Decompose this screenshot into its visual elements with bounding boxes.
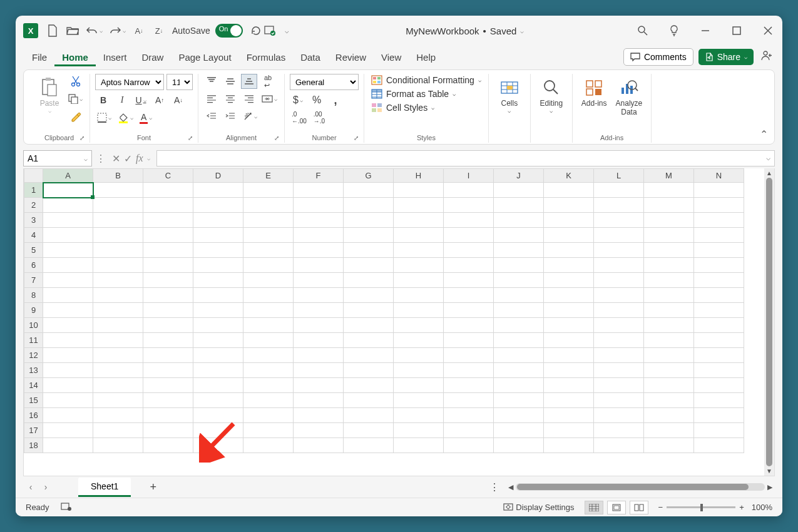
cell[interactable] bbox=[193, 213, 243, 228]
cell[interactable] bbox=[444, 438, 494, 453]
tab-draw[interactable]: Draw bbox=[134, 48, 171, 66]
cell[interactable] bbox=[193, 363, 243, 378]
cell[interactable] bbox=[444, 288, 494, 303]
scroll-up-icon[interactable]: ▲ bbox=[766, 170, 772, 176]
cell[interactable] bbox=[193, 393, 243, 408]
sheet-next-icon[interactable]: › bbox=[38, 482, 53, 492]
cell[interactable] bbox=[594, 288, 644, 303]
cell[interactable] bbox=[694, 333, 744, 348]
sort-asc-icon[interactable]: A↓ bbox=[132, 24, 146, 38]
cell[interactable] bbox=[243, 198, 294, 213]
cell[interactable] bbox=[294, 303, 344, 318]
cell[interactable] bbox=[494, 348, 544, 363]
cell[interactable] bbox=[644, 288, 694, 303]
cell[interactable] bbox=[43, 228, 93, 243]
row-header[interactable]: 7 bbox=[24, 273, 43, 288]
row-header[interactable]: 8 bbox=[24, 288, 43, 303]
cell[interactable] bbox=[644, 258, 694, 273]
cell[interactable] bbox=[93, 393, 143, 408]
cell[interactable] bbox=[594, 423, 644, 438]
close-button[interactable] bbox=[761, 24, 775, 38]
currency-button[interactable]: $ bbox=[290, 93, 306, 108]
number-format-select[interactable]: General bbox=[290, 74, 359, 90]
cell[interactable] bbox=[93, 258, 143, 273]
cell[interactable] bbox=[43, 273, 93, 288]
cell[interactable] bbox=[193, 348, 243, 363]
cell[interactable] bbox=[694, 423, 744, 438]
cell[interactable] bbox=[494, 273, 544, 288]
row-header[interactable]: 4 bbox=[24, 228, 43, 243]
cell[interactable] bbox=[243, 378, 294, 393]
cell[interactable] bbox=[494, 438, 544, 453]
cell[interactable] bbox=[193, 438, 243, 453]
fx-icon[interactable]: fx bbox=[136, 153, 143, 164]
row-header[interactable]: 17 bbox=[24, 423, 43, 438]
share-button[interactable]: Share ⌵ bbox=[698, 49, 754, 65]
row-header[interactable]: 18 bbox=[24, 438, 43, 453]
cell[interactable] bbox=[243, 438, 294, 453]
comments-button[interactable]: Comments bbox=[623, 48, 693, 66]
cell[interactable] bbox=[193, 303, 243, 318]
dialog-launcher-icon[interactable]: ⤢ bbox=[79, 135, 84, 141]
cell[interactable] bbox=[93, 243, 143, 258]
add-sheet-button[interactable]: + bbox=[141, 478, 165, 496]
cell[interactable] bbox=[544, 393, 594, 408]
row-header[interactable]: 10 bbox=[24, 318, 43, 333]
cell[interactable] bbox=[243, 258, 294, 273]
cell[interactable] bbox=[394, 318, 444, 333]
cell[interactable] bbox=[644, 318, 694, 333]
cell[interactable] bbox=[444, 198, 494, 213]
cell[interactable] bbox=[494, 318, 544, 333]
row-header[interactable]: 15 bbox=[24, 393, 43, 408]
cell[interactable] bbox=[644, 243, 694, 258]
tab-help[interactable]: Help bbox=[409, 48, 443, 66]
cell[interactable] bbox=[494, 213, 544, 228]
cells-table[interactable]: ABCDEFGHIJKLMN12345678910111213141516171… bbox=[24, 168, 744, 453]
conditional-formatting-button[interactable]: Conditional Formatting ⌵ bbox=[369, 74, 483, 86]
column-header[interactable]: N bbox=[694, 169, 744, 183]
cell[interactable] bbox=[394, 243, 444, 258]
cell[interactable] bbox=[344, 423, 394, 438]
cut-button[interactable] bbox=[68, 74, 84, 89]
align-middle-button[interactable] bbox=[222, 74, 238, 89]
zoom-in-icon[interactable]: + bbox=[739, 503, 744, 512]
scroll-left-icon[interactable]: ◀ bbox=[506, 483, 516, 491]
column-header[interactable]: D bbox=[193, 169, 243, 183]
cell[interactable] bbox=[243, 408, 294, 423]
cell[interactable] bbox=[594, 348, 644, 363]
open-file-icon[interactable] bbox=[66, 24, 79, 38]
cell[interactable] bbox=[594, 198, 644, 213]
cell[interactable] bbox=[644, 438, 694, 453]
column-header[interactable]: E bbox=[243, 169, 294, 183]
cell[interactable] bbox=[594, 378, 644, 393]
page-break-view-button[interactable] bbox=[630, 501, 648, 514]
align-left-button[interactable] bbox=[203, 91, 220, 106]
cell[interactable] bbox=[143, 393, 193, 408]
borders-button[interactable] bbox=[95, 110, 113, 125]
cell[interactable] bbox=[43, 393, 93, 408]
analyze-data-button[interactable]: Analyze Data bbox=[612, 74, 647, 119]
cell[interactable] bbox=[594, 363, 644, 378]
cell[interactable] bbox=[694, 318, 744, 333]
macro-record-icon[interactable] bbox=[61, 502, 72, 513]
sheet-tab-sheet1[interactable]: Sheet1 bbox=[78, 478, 131, 497]
cell[interactable] bbox=[694, 348, 744, 363]
refresh-icon[interactable] bbox=[249, 24, 263, 38]
cell[interactable] bbox=[644, 198, 694, 213]
cell[interactable] bbox=[193, 243, 243, 258]
maximize-button[interactable] bbox=[730, 24, 744, 38]
tab-formulas[interactable]: Formulas bbox=[239, 48, 294, 66]
cell[interactable] bbox=[143, 363, 193, 378]
cell[interactable] bbox=[394, 258, 444, 273]
cell[interactable] bbox=[93, 378, 143, 393]
cell[interactable] bbox=[193, 198, 243, 213]
row-header[interactable]: 13 bbox=[24, 363, 43, 378]
cell[interactable] bbox=[444, 333, 494, 348]
cell[interactable] bbox=[444, 303, 494, 318]
sheet-prev-icon[interactable]: ‹ bbox=[23, 482, 38, 492]
cell[interactable] bbox=[594, 228, 644, 243]
column-header[interactable]: C bbox=[143, 169, 193, 183]
cell[interactable] bbox=[494, 228, 544, 243]
cell[interactable] bbox=[294, 423, 344, 438]
cell[interactable] bbox=[694, 213, 744, 228]
